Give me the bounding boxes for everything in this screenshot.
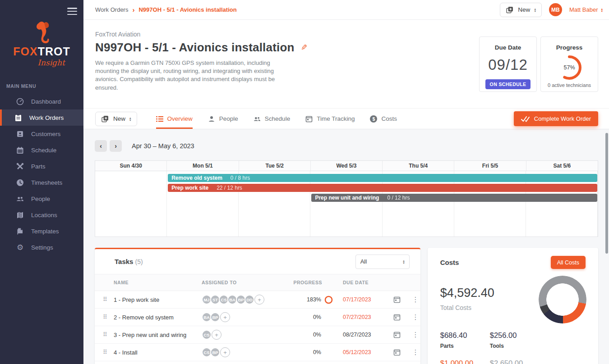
drag-handle-icon[interactable]: ⠿ <box>103 332 114 337</box>
tab-costs[interactable]: $ Costs <box>370 109 397 129</box>
new-button[interactable]: New ▴▾ <box>500 3 542 17</box>
assignee-avatars[interactable]: CSBP+ <box>202 347 281 357</box>
prev-week-button[interactable]: ‹ <box>95 140 107 152</box>
task-row: ⠿ 3 - Prep new unit and wiring CS+ 0% 08… <box>95 326 420 344</box>
tasks-count: (5) <box>135 258 143 265</box>
work-order-description: We require a Garmin GTN 750Xi GPS system… <box>95 59 276 92</box>
user-menu[interactable]: Matt Baber ▴▾ <box>569 6 603 13</box>
customers-icon <box>16 130 24 138</box>
sidebar-item-templates[interactable]: Templates <box>0 223 83 239</box>
sidebar: FOXTROT Insight MAIN MENU Dashboard Work… <box>0 0 83 364</box>
gantt-nav: ‹ › Apr 30 – May 6, 2023 <box>95 140 598 152</box>
gantt-bar-prep-work-site[interactable]: Prep work site 22 / 12 hrs <box>168 184 597 192</box>
work-orders-icon <box>14 114 22 122</box>
vertical-scrollbar[interactable] <box>605 133 608 254</box>
tasks-title: Tasks (5) <box>115 258 143 265</box>
all-costs-button[interactable]: All Costs <box>551 256 586 269</box>
day-column-header: Thu 5/4 <box>383 161 454 171</box>
complete-work-order-button[interactable]: Complete Work Order <box>514 111 598 126</box>
edit-title-icon[interactable]: ✎ <box>301 43 307 52</box>
task-row: ⠿ 4 - Install CSBP+ 0% 05/12/2023 ⋮ <box>95 344 420 361</box>
breadcrumb-current: N997OH - 5/1 - Avionics installation <box>138 6 236 13</box>
add-assignee-button[interactable]: + <box>220 347 230 357</box>
row-menu-icon[interactable]: ⋮ <box>407 348 420 356</box>
sidebar-item-parts[interactable]: Parts <box>0 158 83 174</box>
cost-item-labor: $1,000.00 Labor <box>440 359 490 364</box>
drag-handle-icon[interactable]: ⠿ <box>103 350 114 355</box>
new-button-secondary[interactable]: New ▴▾ <box>95 112 137 126</box>
column-progress: PROGRESS <box>281 280 335 285</box>
date-range-label: Apr 30 – May 6, 2023 <box>132 142 194 150</box>
next-week-button[interactable]: › <box>110 140 122 152</box>
breadcrumb: Work Orders › N997OH - 5/1 - Avionics in… <box>95 6 237 14</box>
avatar[interactable]: DD <box>245 295 254 305</box>
gantt-bar-prep-new-unit[interactable]: Prep new unit and wiring 0 / 12 hrs <box>311 194 597 202</box>
row-menu-icon[interactable]: ⋮ <box>407 313 420 321</box>
cost-item-tools: $256.00 Tools <box>490 331 586 349</box>
tab-time-tracking[interactable]: Time Tracking <box>305 109 355 129</box>
sidebar-item-timesheets[interactable]: Timesheets <box>0 174 83 191</box>
dashboard-icon <box>16 98 24 105</box>
double-check-icon <box>521 116 530 122</box>
progress-percent: 57% <box>556 55 582 81</box>
drag-handle-icon[interactable]: ⠿ <box>103 297 114 302</box>
due-date-label: Due Date <box>480 44 536 51</box>
add-assignee-button[interactable]: + <box>212 330 221 340</box>
day-column-header: Tue 5/2 <box>239 161 311 171</box>
calendar-icon[interactable] <box>387 331 407 338</box>
tasks-panel: Tasks (5) All ▴▾ NAME ASSIGNED TO PROGRE… <box>95 248 420 364</box>
list-icon <box>156 116 163 122</box>
day-column-header: Wed 5/3 <box>311 161 383 171</box>
add-assignee-button[interactable]: + <box>220 312 230 322</box>
group-icon <box>254 115 261 123</box>
assignee-avatars[interactable]: BABP+ <box>202 312 281 322</box>
gantt-chart: Sun 4/30 Mon 5/1 Tue 5/2 Wed 5/3 Thu 5/4… <box>95 160 598 237</box>
sidebar-item-people[interactable]: People <box>0 191 83 207</box>
drag-handle-icon[interactable]: ⠿ <box>103 315 114 319</box>
chevron-right-icon: › <box>132 6 134 14</box>
row-menu-icon[interactable]: ⋮ <box>407 296 420 304</box>
add-new-icon <box>506 6 514 14</box>
tab-people[interactable]: People <box>208 109 238 129</box>
sidebar-item-locations[interactable]: Locations <box>0 207 83 223</box>
logo-script-text: Insight <box>19 58 83 67</box>
breadcrumb-work-orders[interactable]: Work Orders <box>95 6 128 13</box>
sidebar-item-customers[interactable]: Customers <box>0 126 83 142</box>
menu-toggle-icon[interactable] <box>67 8 77 15</box>
add-new-icon <box>101 115 109 123</box>
task-row: ⠿ 1 - Prep work site MJSTCSBABPDD+ 183% … <box>95 291 420 309</box>
calendar-icon[interactable] <box>387 349 407 356</box>
timesheets-icon <box>16 179 24 187</box>
tab-schedule[interactable]: Schedule <box>254 109 290 129</box>
dollar-icon: $ <box>370 115 377 123</box>
costs-donut-chart <box>539 276 586 323</box>
dropdown-arrows-icon: ▴▾ <box>534 8 536 12</box>
add-assignee-button[interactable]: + <box>254 295 264 305</box>
tasks-filter-select[interactable]: All ▴▾ <box>355 255 410 269</box>
sidebar-item-dashboard[interactable]: Dashboard <box>0 93 83 109</box>
avatar[interactable]: BP <box>210 347 220 357</box>
user-avatar[interactable]: MB <box>549 3 562 16</box>
fox-logo-icon <box>32 21 52 44</box>
templates-icon <box>16 228 24 235</box>
calendar-icon[interactable] <box>387 314 407 321</box>
sidebar-item-work-orders[interactable]: Work Orders <box>0 109 83 126</box>
gantt-bar-remove-old-system[interactable]: Remove old system 0 / 8 hrs <box>168 174 597 182</box>
sidebar-item-settings[interactable]: ⚙ Settings <box>0 239 83 255</box>
gantt-day-header: Sun 4/30 Mon 5/1 Tue 5/2 Wed 5/3 Thu 5/4… <box>95 161 598 171</box>
sidebar-item-schedule[interactable]: Schedule <box>0 142 83 158</box>
status-badge: ON SCHEDULE <box>485 79 531 89</box>
avatar[interactable]: CS <box>202 330 212 340</box>
avatar[interactable]: BP <box>210 312 220 322</box>
calendar-icon[interactable] <box>387 296 407 303</box>
assignee-avatars[interactable]: CS+ <box>202 330 281 340</box>
due-date-card: Due Date 09/12 ON SCHEDULE <box>479 36 537 92</box>
tab-overview[interactable]: Overview <box>156 109 193 129</box>
progress-ring-icon <box>324 296 333 304</box>
assignee-avatars[interactable]: MJSTCSBABPDD+ <box>202 295 281 305</box>
row-menu-icon[interactable]: ⋮ <box>407 331 420 339</box>
due-date-value: 07/17/2023 <box>335 296 387 303</box>
day-column-header: Sat 5/6 <box>526 161 598 171</box>
day-column-header: Fri 5/5 <box>454 161 526 171</box>
settings-icon: ⚙ <box>16 244 24 251</box>
